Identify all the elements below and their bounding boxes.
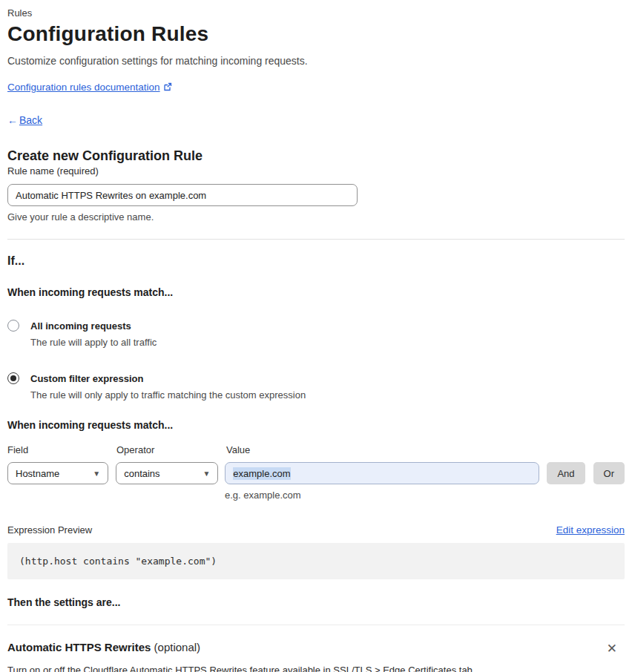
rule-name-help: Give your rule a descriptive name.: [7, 211, 625, 223]
edit-expression-link[interactable]: Edit expression: [556, 524, 625, 536]
radio-option-description: The rule will apply to all traffic: [30, 337, 157, 348]
operator-label: Operator: [116, 444, 226, 455]
chevron-down-icon: ▼: [203, 470, 210, 478]
setting-title-optional: (optional): [151, 641, 200, 653]
value-input[interactable]: example.com: [225, 462, 539, 484]
radio-option-description: The rule will only apply to traffic matc…: [30, 389, 306, 401]
section-divider: [7, 239, 625, 240]
or-button[interactable]: Or: [593, 462, 625, 484]
field-label: Field: [7, 444, 116, 455]
documentation-link[interactable]: Configuration rules documentation: [7, 82, 160, 93]
expression-builder-row: Hostname ▼ contains ▼ example.com And Or: [7, 462, 625, 484]
builder-column-labels: Field Operator Value: [7, 444, 625, 455]
setting-divider: [7, 625, 625, 625]
external-link-icon: [163, 82, 172, 93]
rule-name-label: Rule name (required): [7, 165, 99, 177]
operator-select[interactable]: contains ▼: [116, 462, 218, 484]
radio-option-all-requests[interactable]: All incoming requests The rule will appl…: [7, 319, 625, 348]
create-rule-heading: Create new Configuration Rule: [7, 148, 625, 164]
value-input-text: example.com: [233, 467, 290, 480]
page-subtitle: Customize configuration settings for mat…: [7, 55, 625, 67]
radio-checked-icon[interactable]: [7, 372, 19, 384]
value-label: Value: [226, 444, 625, 455]
rule-name-input[interactable]: [7, 184, 358, 206]
then-settings-heading: Then the settings are...: [7, 596, 625, 608]
radio-option-label: All incoming requests: [30, 320, 131, 332]
value-hint: e.g. example.com: [225, 490, 625, 501]
radio-option-custom-filter[interactable]: Custom filter expression The rule will o…: [7, 372, 625, 401]
expression-preview-code: (http.host contains "example.com"): [7, 543, 625, 579]
back-link[interactable]: Back: [19, 114, 42, 126]
match-label: When incoming requests match...: [7, 286, 625, 298]
setting-title: Automatic HTTPS Rewrites (optional): [7, 641, 200, 653]
field-select[interactable]: Hostname ▼: [7, 462, 108, 484]
page-title: Configuration Rules: [7, 22, 625, 46]
if-heading: If...: [7, 254, 625, 268]
expression-preview-label: Expression Preview: [7, 524, 92, 536]
chevron-down-icon: ▼: [93, 470, 100, 478]
setting-title-name: Automatic HTTPS Rewrites: [7, 641, 151, 653]
and-button[interactable]: And: [547, 462, 585, 484]
field-select-value: Hostname: [16, 468, 59, 479]
operator-select-value: contains: [124, 468, 159, 479]
breadcrumb: Rules: [7, 7, 625, 19]
builder-label: When incoming requests match...: [7, 419, 625, 431]
back-arrow-icon[interactable]: ←: [7, 114, 18, 126]
setting-description: Turn on or off the Cloudflare Automatic …: [7, 665, 625, 672]
close-icon[interactable]: ✕: [605, 641, 619, 656]
radio-option-label: Custom filter expression: [30, 373, 143, 384]
radio-unchecked-icon[interactable]: [7, 320, 19, 332]
match-type-radio-group: All incoming requests The rule will appl…: [7, 319, 625, 401]
